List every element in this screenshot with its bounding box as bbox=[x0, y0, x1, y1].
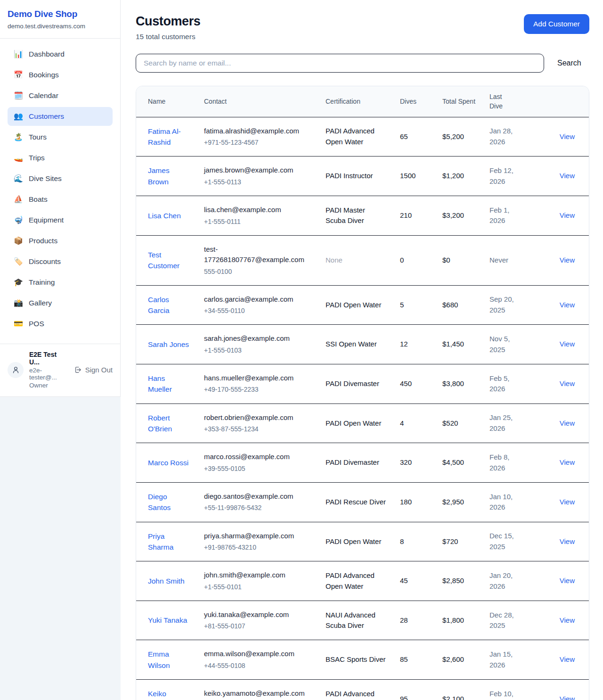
customer-name-link[interactable]: John Smith bbox=[148, 576, 185, 586]
customer-certification: PADI Advanced Open Water bbox=[326, 127, 375, 146]
sidebar-item-dive-sites[interactable]: 🌊 Dive Sites bbox=[8, 169, 113, 188]
customer-name-link[interactable]: Priya Sharma bbox=[148, 531, 191, 553]
sidebar-item-equipment[interactable]: 🤿 Equipment bbox=[8, 211, 113, 230]
sidebar-item-gallery[interactable]: 📸 Gallery bbox=[8, 294, 113, 313]
table-row: Yuki Tanaka yuki.tanaka@example.com +81-… bbox=[136, 601, 589, 640]
view-customer-link[interactable]: View bbox=[560, 132, 575, 140]
view-customer-link[interactable]: View bbox=[560, 537, 575, 545]
sailboat-icon: ⛵ bbox=[13, 196, 24, 203]
view-customer-link[interactable]: View bbox=[560, 379, 575, 387]
bar-chart-icon: 📊 bbox=[13, 50, 24, 58]
customer-last-dive: Feb 8, 2026 bbox=[489, 443, 530, 483]
customer-name-link[interactable]: Yuki Tanaka bbox=[148, 615, 187, 626]
customer-phone: 555-0100 bbox=[204, 267, 312, 277]
table-row: Emma Wilson emma.wilson@example.com +44-… bbox=[136, 640, 589, 680]
sidebar-item-boats[interactable]: ⛵ Boats bbox=[8, 190, 113, 209]
wave-icon: 🌊 bbox=[13, 175, 24, 182]
search-button[interactable]: Search bbox=[557, 59, 581, 67]
customer-name-link[interactable]: Fatima Al-Rashid bbox=[148, 126, 191, 148]
customer-total-spent: $3,200 bbox=[442, 196, 489, 236]
table-header: NameContactCertificationDivesTotal Spent… bbox=[136, 86, 589, 117]
customer-email: hans.mueller@example.com bbox=[204, 373, 312, 384]
sidebar-item-dashboard[interactable]: 📊 Dashboard bbox=[8, 45, 113, 64]
customer-email: lisa.chen@example.com bbox=[204, 205, 312, 215]
sidebar-item-calendar[interactable]: 🗓️ Calendar bbox=[8, 86, 113, 105]
customer-name-link[interactable]: Sarah Jones bbox=[148, 339, 189, 350]
customer-name-link[interactable]: Keiko Yamamoto bbox=[148, 688, 191, 700]
sidebar-item-bookings[interactable]: 📅 Bookings bbox=[8, 66, 113, 84]
customer-last-dive: Sep 20, 2025 bbox=[489, 285, 530, 325]
customer-name-link[interactable]: James Brown bbox=[148, 165, 191, 187]
camera-icon: 📸 bbox=[13, 299, 24, 307]
view-customer-link[interactable]: View bbox=[560, 211, 575, 219]
customer-last-dive: Dec 28, 2025 bbox=[489, 601, 530, 640]
customer-last-dive: Jan 28, 2026 bbox=[489, 117, 530, 156]
customer-phone: +91-98765-43210 bbox=[204, 543, 312, 552]
customer-name-link[interactable]: Diego Santos bbox=[148, 491, 191, 513]
user-panel: E2E Test U... e2e-tester@... Owner Sign … bbox=[0, 344, 120, 396]
sidebar-item-training[interactable]: 🎓 Training bbox=[8, 273, 113, 292]
add-customer-button[interactable]: Add Customer bbox=[524, 14, 589, 34]
customer-name-link[interactable]: Emma Wilson bbox=[148, 649, 191, 671]
view-customer-link[interactable]: View bbox=[560, 340, 575, 348]
column-header-dives: Dives bbox=[400, 86, 442, 117]
sign-out-button[interactable]: Sign Out bbox=[74, 366, 113, 374]
sidebar-item-trips[interactable]: 🚤 Trips bbox=[8, 148, 113, 167]
customer-email: priya.sharma@example.com bbox=[204, 531, 312, 542]
customer-certification: PADI Open Water bbox=[326, 419, 381, 427]
view-customer-link[interactable]: View bbox=[560, 576, 575, 585]
customer-name-link[interactable]: Hans Mueller bbox=[148, 373, 191, 395]
customer-certification: PADI Master Scuba Diver bbox=[326, 206, 365, 225]
customer-name-link[interactable]: Marco Rossi bbox=[148, 457, 188, 468]
search-input[interactable] bbox=[136, 54, 544, 73]
customer-email: robert.obrien@example.com bbox=[204, 412, 312, 423]
table-row: James Brown james.brown@example.com +1-5… bbox=[136, 156, 589, 196]
table-row: Carlos Garcia carlos.garcia@example.com … bbox=[136, 285, 589, 325]
sidebar-item-discounts[interactable]: 🏷️ Discounts bbox=[8, 252, 113, 271]
customer-phone: +1-555-0113 bbox=[204, 177, 312, 187]
main-content: Customers 15 total customers Add Custome… bbox=[121, 0, 603, 700]
customer-email: marco.rossi@example.com bbox=[204, 452, 312, 462]
customer-dives: 320 bbox=[400, 443, 442, 483]
customer-last-dive: Dec 15, 2025 bbox=[489, 522, 530, 561]
table-row: Test Customer test-1772681807767@example… bbox=[136, 235, 589, 285]
customer-total-spent: $4,500 bbox=[442, 443, 489, 483]
view-customer-link[interactable]: View bbox=[560, 695, 575, 700]
customers-table-card: NameContactCertificationDivesTotal Spent… bbox=[136, 86, 589, 700]
customer-dives: 95 bbox=[400, 680, 442, 700]
customer-total-spent: $2,600 bbox=[442, 640, 489, 680]
spiral-calendar-icon: 🗓️ bbox=[13, 92, 24, 99]
customers-table: NameContactCertificationDivesTotal Spent… bbox=[136, 86, 589, 700]
sidebar-item-pos[interactable]: 💳 POS bbox=[8, 314, 113, 333]
view-customer-link[interactable]: View bbox=[560, 458, 575, 466]
view-customer-link[interactable]: View bbox=[560, 616, 575, 624]
table-row: Hans Mueller hans.mueller@example.com +4… bbox=[136, 364, 589, 404]
customer-dives: 450 bbox=[400, 364, 442, 404]
view-customer-link[interactable]: View bbox=[560, 419, 575, 427]
sidebar-item-customers[interactable]: 👥 Customers bbox=[8, 107, 113, 126]
person-icon bbox=[12, 366, 20, 374]
view-customer-link[interactable]: View bbox=[560, 498, 575, 506]
view-customer-link[interactable]: View bbox=[560, 172, 575, 180]
customer-name-link[interactable]: Test Customer bbox=[148, 249, 191, 272]
customer-dives: 210 bbox=[400, 196, 442, 236]
sidebar-item-products[interactable]: 📦 Products bbox=[8, 231, 113, 250]
view-customer-link[interactable]: View bbox=[560, 301, 575, 309]
customer-name-link[interactable]: Lisa Chen bbox=[148, 210, 181, 221]
user-role: Owner bbox=[29, 382, 68, 389]
sidebar-item-tours[interactable]: 🏝️ Tours bbox=[8, 128, 113, 147]
sidebar-nav: 📊 Dashboard 📅 Bookings 🗓️ Calendar 👥 Cus… bbox=[0, 39, 120, 340]
customer-certification: PADI Instructor bbox=[326, 172, 373, 180]
customer-total-spent: $1,450 bbox=[442, 325, 489, 364]
customer-phone: +1-555-0111 bbox=[204, 217, 312, 227]
customer-name-link[interactable]: Robert O'Brien bbox=[148, 412, 191, 435]
customer-total-spent: $520 bbox=[442, 404, 489, 443]
table-row: Marco Rossi marco.rossi@example.com +39-… bbox=[136, 443, 589, 483]
page: Demo Dive Shop demo.test.divestreams.com… bbox=[0, 0, 603, 700]
customer-name-link[interactable]: Carlos Garcia bbox=[148, 294, 191, 316]
customer-certification: BSAC Sports Diver bbox=[326, 655, 386, 663]
view-customer-link[interactable]: View bbox=[560, 256, 575, 264]
view-customer-link[interactable]: View bbox=[560, 655, 575, 663]
speedboat-icon: 🚤 bbox=[13, 154, 24, 162]
user-name: E2E Test U... bbox=[29, 351, 68, 366]
